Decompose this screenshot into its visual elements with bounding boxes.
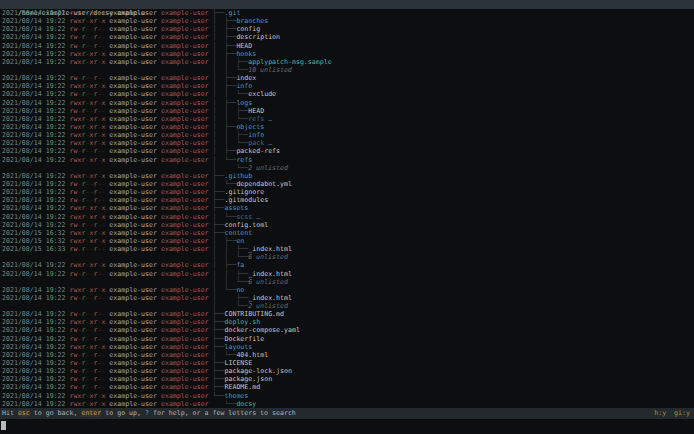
file-label[interactable]: Dockerfile (224, 335, 264, 343)
file-label[interactable]: refs (248, 115, 264, 123)
toggle-indicator: h:y (654, 409, 666, 417)
tree-row: 2021/08/14 19:22 rwxr-xr-x example-user … (2, 343, 694, 351)
file-metadata: 2021/08/14 19:22 rw-r--r-- example-user … (2, 188, 209, 196)
file-label[interactable]: hooks (236, 50, 256, 58)
tree-branch-lines: │ └── (213, 213, 237, 221)
file-label[interactable]: docsy (236, 400, 256, 408)
tree-row: 2021/08/14 19:22 rw-r--r-- example-user … (2, 180, 694, 188)
file-metadata: 2021/08/14 19:22 rwxr-xr-x example-user … (2, 213, 209, 221)
file-label[interactable]: refs (236, 156, 252, 164)
key-hint: esc (18, 409, 30, 417)
text-cursor (1, 421, 6, 430)
file-metadata: 2021/08/14 19:22 rw-r--r-- example-user … (2, 367, 209, 375)
file-metadata: 2021/08/14 19:22 rw-r--r-- example-user … (2, 107, 209, 115)
file-label[interactable]: logs (236, 99, 252, 107)
tree-branch-lines: │ └── (213, 351, 237, 359)
tree-branch-lines: ├── (213, 229, 225, 237)
file-label[interactable]: 404.html (236, 351, 268, 359)
file-label[interactable]: exclude (248, 90, 276, 98)
tree-row: 2021/08/14 19:22 rw-r--r-- example-user … (2, 383, 694, 391)
file-label[interactable]: _index.html (248, 294, 292, 302)
tree-branch-lines: │ │ ├── (213, 245, 249, 253)
unlisted-count: 6 unlisted (248, 278, 288, 286)
file-metadata: 2021/08/14 19:22 rwxr-xr-x example-user … (2, 156, 209, 164)
file-label[interactable]: scss (236, 213, 252, 221)
file-label[interactable]: HEAD (236, 42, 252, 50)
file-label[interactable]: README.md (224, 383, 260, 391)
file-label[interactable]: fa (236, 261, 244, 269)
file-label[interactable]: HEAD (248, 107, 264, 115)
tree-branch-lines: ├── (213, 172, 225, 180)
file-label[interactable]: applypatch-msg.sample (248, 58, 331, 66)
tree-branch-lines: │ │ └── (213, 115, 249, 123)
tree-row: 2021/08/14 19:22 rw-r--r-- example-user … (2, 294, 694, 302)
tree-row: 2021/08/14 19:22 rwxr-xr-x example-user … (2, 123, 694, 131)
toggle-indicator: gi:y (674, 409, 690, 417)
file-label[interactable]: package-lock.json (224, 367, 292, 375)
tree-branch-lines: │ │ └── (212, 278, 248, 286)
tree-row: 2021/08/14 19:22 rwxr-xr-x example-user … (2, 213, 694, 221)
file-label[interactable]: layouts (224, 343, 252, 351)
file-metadata: 2021/08/15 16:33 rw-r--r-- example-user … (2, 245, 209, 253)
tree-row: 2021/08/15 16:32 rwxr-xr-x example-user … (2, 229, 694, 237)
tree-row: 2021/08/14 19:22 rw-r--r-- example-user … (2, 270, 694, 278)
file-metadata (2, 164, 208, 172)
mode-toggles: h:ygi:y (646, 408, 690, 419)
file-metadata (2, 302, 208, 310)
file-label[interactable]: .github (224, 172, 252, 180)
file-metadata: 2021/08/14 19:22 rwxr-xr-x example-user … (2, 400, 209, 408)
tree-row: 2021/08/14 19:22 rw-r--r-- example-user … (2, 147, 694, 155)
file-metadata: 2021/08/14 19:22 rwxr-xr-x example-user … (2, 204, 209, 212)
tree-branch-lines: ├── (213, 188, 225, 196)
tree-row: 2021/08/14 19:22 rw-r--r-- example-user … (2, 221, 694, 229)
file-label[interactable]: LICENSE (224, 359, 252, 367)
tree-row: 2021/08/14 19:22 rw-r--r-- example-user … (2, 359, 694, 367)
tree-branch-lines: ├── (213, 343, 225, 351)
file-label[interactable]: index (236, 74, 256, 82)
tree-row: 2021/08/14 19:22 rwxr-xr-x example-user … (2, 9, 694, 17)
file-label[interactable]: CONTRIBUTING.md (224, 310, 284, 318)
tree-branch-lines: ├── (213, 367, 225, 375)
tree-row: 2021/08/14 19:22 rwxr-xr-x example-user … (2, 156, 694, 164)
tree-row: 2021/08/14 19:22 rwxr-xr-x example-user … (2, 204, 694, 212)
tree-branch-lines: │ │ ├── (213, 131, 249, 139)
file-metadata: 2021/08/14 19:22 rwxr-xr-x example-user … (2, 172, 209, 180)
file-label[interactable]: docker-compose.yaml (224, 326, 299, 334)
file-label[interactable]: .gitignore (224, 188, 264, 196)
file-label[interactable]: config.toml (224, 221, 268, 229)
file-label[interactable]: en (236, 237, 244, 245)
file-label[interactable]: branches (236, 17, 268, 25)
file-label[interactable]: no (236, 286, 244, 294)
tree-branch-lines: │ ├── (213, 74, 237, 82)
file-metadata: 2021/08/14 19:22 rwxr-xr-x example-user … (2, 99, 209, 107)
broot-terminal: /home/example-user/docsy-example 2021/08… (0, 0, 694, 434)
tree-row: │ │ └──6 unlisted (2, 278, 694, 286)
file-label[interactable]: content (224, 229, 252, 237)
tree-branch-lines: │ └── (213, 286, 237, 294)
tree-row: 2021/08/14 19:22 rwxr-xr-x example-user … (2, 50, 694, 58)
tree-row: 2021/08/14 19:22 rw-r--r-- example-user … (2, 351, 694, 359)
file-label[interactable]: themes (224, 392, 248, 400)
file-label[interactable]: assets (224, 204, 248, 212)
file-label[interactable]: description (236, 33, 280, 41)
file-label[interactable]: dependabot.yml (236, 180, 292, 188)
tree-branch-lines: │ │ ├── (213, 58, 249, 66)
file-label[interactable]: packed-refs (236, 147, 280, 155)
tree-row: 2021/08/14 19:22 rwxr-xr-x example-user … (2, 400, 694, 408)
file-label[interactable]: .git (224, 9, 240, 17)
unlisted-count: 2 unlisted (248, 302, 288, 310)
file-label[interactable]: info (248, 131, 264, 139)
tree-branch-lines: │ └── (212, 164, 248, 172)
status-text: to go back, (30, 409, 82, 417)
tree-branch-lines: ├── (213, 359, 225, 367)
tree-branch-lines: │ └── (213, 180, 237, 188)
tree-row: 2021/08/14 19:22 rwxr-xr-x example-user … (2, 172, 694, 180)
tree-branch-lines: │ └── (213, 156, 237, 164)
file-label[interactable]: _index.html (248, 245, 292, 253)
file-label[interactable]: _index.html (248, 270, 292, 278)
tree-branch-lines: ├── (213, 383, 225, 391)
search-input[interactable] (0, 419, 694, 434)
tree-branch-lines: │ │ └── (213, 90, 249, 98)
status-text: for help, or a few letters to search (149, 409, 296, 417)
file-label[interactable]: objects (236, 123, 264, 131)
